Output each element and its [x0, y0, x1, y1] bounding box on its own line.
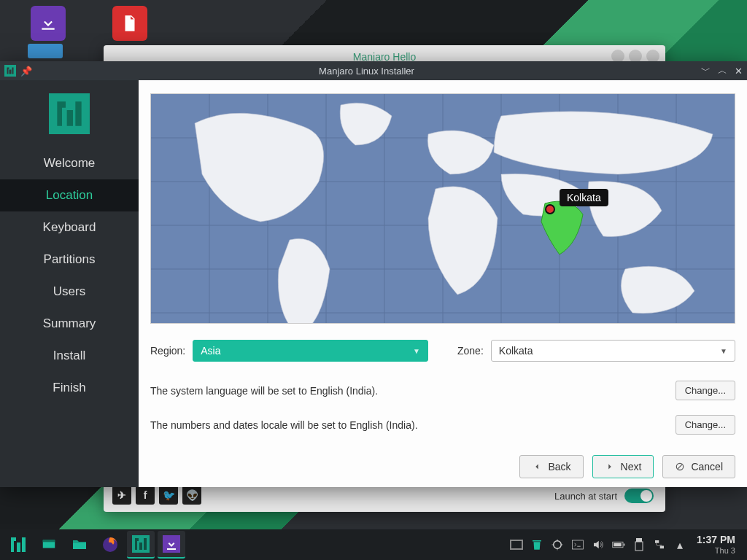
tray-usb-icon[interactable]: [632, 538, 646, 551]
start-menu-button[interactable]: [4, 531, 32, 559]
window-maximize-icon[interactable]: ︿: [718, 64, 727, 77]
arrow-left-icon: [532, 462, 542, 472]
step-finish[interactable]: Finish: [0, 372, 139, 404]
tray-terminal-icon[interactable]: [571, 538, 584, 551]
numbers-locale-text: The numbers and dates locale will be set…: [150, 419, 418, 431]
chevron-down-icon: ▼: [413, 347, 420, 355]
taskbar-clock[interactable]: 1:37 PM Thu 3: [689, 534, 743, 554]
manjaro-logo-large-icon: [49, 93, 90, 134]
tray-network-icon[interactable]: [653, 538, 666, 551]
map-pin-icon: [545, 204, 555, 214]
window-minimize-icon[interactable]: ﹀: [701, 64, 711, 77]
system-language-text: The system language will be set to Engli…: [150, 385, 378, 397]
installer-window: 📌 Manjaro Linux Installer ﹀ ︿ ✕ Welcome …: [0, 61, 747, 487]
taskbar-manjaro-hello[interactable]: [127, 531, 155, 559]
step-install[interactable]: Install: [0, 340, 139, 372]
social-twitter-icon[interactable]: 🐦: [159, 486, 178, 505]
installer-content: Kolkata Region: Asia ▼ Zone: Kolkata ▼: [139, 80, 747, 487]
social-facebook-icon[interactable]: f: [136, 486, 155, 505]
change-locale-button[interactable]: Change...: [676, 415, 735, 435]
tray-expand-icon[interactable]: ▴: [673, 538, 686, 551]
taskbar: ▴ 1:37 PM Thu 3: [0, 529, 747, 560]
tray-brightness-icon[interactable]: [551, 538, 564, 551]
window-close-icon[interactable]: ✕: [735, 66, 743, 77]
installer-titlebar[interactable]: 📌 Manjaro Linux Installer ﹀ ︿ ✕: [0, 61, 747, 80]
svg-rect-27: [624, 544, 625, 546]
pin-icon[interactable]: 📌: [20, 66, 32, 77]
svg-point-24: [554, 541, 562, 549]
svg-rect-29: [636, 538, 642, 542]
zone-value: Kolkata: [499, 345, 533, 357]
svg-line-17: [678, 464, 682, 469]
zone-label: Zone:: [457, 345, 484, 357]
svg-rect-28: [614, 543, 622, 547]
region-label: Region:: [150, 345, 185, 357]
tray-volume-icon[interactable]: [592, 538, 605, 551]
step-partitions[interactable]: Partitions: [0, 244, 139, 276]
tray-trash-icon[interactable]: [530, 538, 543, 551]
change-language-button[interactable]: Change...: [676, 381, 735, 400]
hello-social-row: ✈ f 🐦 👽: [112, 486, 201, 505]
firefox-button[interactable]: [96, 531, 124, 559]
step-location[interactable]: Location: [0, 179, 139, 211]
desktop-icon-install[interactable]: [26, 6, 70, 44]
desktop-icon-drive[interactable]: [23, 44, 67, 61]
launch-at-start-toggle[interactable]: [624, 489, 654, 503]
social-telegram-icon[interactable]: ✈: [112, 486, 131, 505]
desktop-icon-pdf[interactable]: [108, 6, 152, 44]
zone-combobox[interactable]: Kolkata ▼: [491, 340, 735, 362]
cancel-icon: [675, 462, 685, 472]
social-reddit-icon[interactable]: 👽: [182, 486, 201, 505]
tray-battery-icon[interactable]: [612, 538, 625, 551]
next-button[interactable]: Next: [592, 455, 654, 478]
tray-keyboard-icon[interactable]: [510, 538, 523, 551]
step-keyboard[interactable]: Keyboard: [0, 211, 139, 244]
back-button[interactable]: Back: [519, 455, 583, 478]
svg-rect-32: [660, 546, 664, 549]
manjaro-logo-icon: [4, 65, 16, 77]
file-manager-button[interactable]: [66, 531, 93, 559]
clock-date: Thu 3: [697, 546, 735, 555]
region-combobox[interactable]: Asia ▼: [193, 340, 428, 362]
step-summary[interactable]: Summary: [0, 308, 139, 340]
show-desktop-button[interactable]: [35, 531, 63, 559]
arrow-right-icon: [605, 462, 615, 472]
chevron-down-icon: ▼: [720, 347, 727, 355]
step-welcome[interactable]: Welcome: [0, 147, 139, 179]
system-tray: ▴: [510, 538, 686, 551]
svg-rect-25: [573, 540, 584, 549]
map-pin-label: Kolkata: [560, 189, 608, 206]
svg-rect-20: [73, 543, 86, 549]
svg-rect-30: [635, 542, 643, 551]
svg-rect-31: [655, 540, 659, 543]
taskbar-installer[interactable]: [158, 531, 185, 559]
svg-rect-19: [43, 540, 55, 542]
installer-title: Manjaro Linux Installer: [32, 66, 701, 77]
launch-at-start-label: Launch at start: [554, 491, 617, 502]
timezone-map[interactable]: Kolkata: [150, 93, 735, 324]
svg-rect-23: [163, 535, 180, 553]
step-users[interactable]: Users: [0, 276, 139, 308]
installer-sidebar: Welcome Location Keyboard Partitions Use…: [0, 80, 139, 487]
clock-time: 1:37 PM: [697, 534, 735, 545]
cancel-button[interactable]: Cancel: [662, 455, 735, 478]
region-value: Asia: [201, 345, 220, 357]
